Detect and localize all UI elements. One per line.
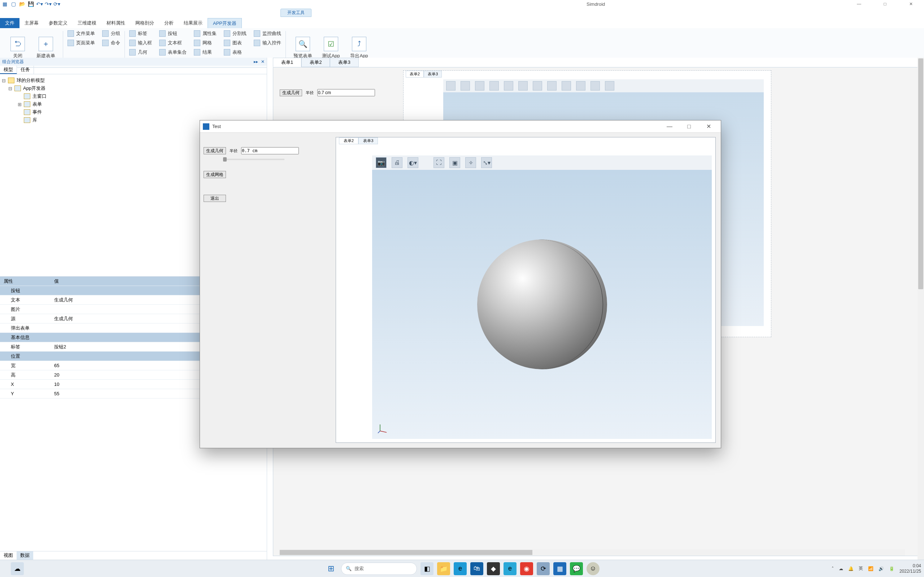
window-close[interactable]: ✕ bbox=[898, 0, 924, 8]
tree-node-root[interactable]: ⊟球的分析模型 bbox=[2, 76, 265, 84]
ribbon-btn-file-menu[interactable]: 文件菜单 bbox=[66, 29, 96, 37]
radius-slider[interactable] bbox=[223, 159, 284, 160]
ribbon-tab-file[interactable]: 文件 bbox=[0, 18, 19, 28]
start-icon[interactable]: ⊞ bbox=[325, 562, 338, 575]
ribbon-btn-input-widget[interactable]: 输入控件 bbox=[252, 39, 283, 47]
browser-tab-model[interactable]: 模型 bbox=[0, 66, 17, 74]
avatar-icon[interactable]: ☺ bbox=[586, 562, 599, 575]
modal-close[interactable]: ✕ bbox=[699, 122, 718, 131]
ribbon-btn-group[interactable]: 分组 bbox=[101, 29, 122, 37]
modal-btn-gen-geom[interactable]: 生成几何 bbox=[204, 147, 226, 154]
ribbon-btn-geometry[interactable]: 几何 bbox=[128, 48, 153, 56]
window-minimize[interactable]: — bbox=[846, 0, 872, 8]
redo-icon[interactable]: ↷▾ bbox=[45, 1, 51, 7]
save-icon[interactable]: 💾 bbox=[27, 1, 34, 7]
modal-tab-2[interactable]: 表单2 bbox=[339, 137, 359, 144]
edge-icon[interactable]: e bbox=[454, 562, 467, 575]
camera-icon[interactable] bbox=[446, 81, 456, 90]
new-icon[interactable]: ▢ bbox=[10, 1, 16, 7]
ribbon-btn-page-menu[interactable]: 页面菜单 bbox=[66, 39, 96, 47]
palette-icon[interactable] bbox=[489, 81, 499, 90]
ribbon-tab-mesh[interactable]: 网格剖分 bbox=[130, 18, 159, 28]
app-icon-2[interactable]: e bbox=[504, 562, 517, 575]
expand-toggle[interactable]: ⊟ bbox=[8, 86, 12, 91]
zoom-box-icon[interactable] bbox=[518, 81, 528, 90]
ribbon-btn-property-set[interactable]: 属性集 bbox=[192, 29, 218, 37]
weather-icon[interactable]: ☁ bbox=[11, 562, 24, 575]
tray-cloud-icon[interactable]: ☁ bbox=[839, 566, 843, 571]
h-scroll-thumb[interactable] bbox=[280, 550, 532, 555]
ribbon-btn-chart[interactable]: 图表 bbox=[222, 39, 248, 47]
ribbon-tab-analysis[interactable]: 分析 bbox=[159, 18, 179, 28]
ribbon-btn-command[interactable]: 命令 bbox=[101, 39, 122, 47]
modal-maximize[interactable]: □ bbox=[680, 122, 698, 131]
designer-btn-gen-geom[interactable]: 生成几何 bbox=[280, 89, 302, 96]
select-icon[interactable] bbox=[533, 81, 542, 90]
visibility-icon[interactable] bbox=[562, 81, 571, 90]
bottom-tab-view[interactable]: 视图 bbox=[0, 551, 16, 560]
app-icon-1[interactable]: ◆ bbox=[487, 562, 500, 575]
ribbon-btn-monitor-curve[interactable]: 监控曲线 bbox=[252, 29, 283, 37]
ribbon-btn-separator[interactable]: 分割线 bbox=[222, 29, 248, 37]
open-icon[interactable]: 📂 bbox=[19, 1, 25, 7]
clear-sel-icon[interactable]: ✧ bbox=[465, 157, 476, 168]
modal-btn-exit[interactable]: 退出 bbox=[204, 195, 226, 202]
bottom-tab-data[interactable]: 数据 bbox=[16, 551, 33, 560]
print-icon[interactable] bbox=[460, 81, 470, 90]
browser-tab-task[interactable]: 任务 bbox=[17, 66, 34, 74]
app-icon-4[interactable]: ⟳ bbox=[537, 562, 550, 575]
tray-wifi-icon[interactable]: 📶 bbox=[868, 566, 874, 571]
ribbon-tab-3dmodel[interactable]: 三维建模 bbox=[73, 18, 102, 28]
refresh-icon[interactable]: ⟳▾ bbox=[53, 1, 60, 7]
tray-security-icon[interactable]: 🔔 bbox=[848, 566, 854, 571]
mini-tab-3[interactable]: 表单3 bbox=[424, 71, 442, 77]
zoom-extents-icon[interactable] bbox=[504, 81, 513, 90]
copy-icon[interactable] bbox=[591, 81, 600, 90]
modal-btn-gen-mesh[interactable]: 生成网格 bbox=[204, 171, 226, 178]
taskbar-search[interactable]: 🔍 搜索 bbox=[341, 562, 417, 575]
tray-volume-icon[interactable]: 🔊 bbox=[879, 566, 884, 571]
ribbon-btn-form-set[interactable]: 表单集合 bbox=[158, 48, 188, 56]
close-panel-icon[interactable]: ✕ bbox=[261, 59, 265, 64]
paste-icon[interactable] bbox=[605, 81, 614, 90]
tray-battery-icon[interactable]: 🔋 bbox=[889, 566, 894, 571]
h-scrollbar[interactable] bbox=[279, 549, 905, 556]
ribbon-btn-mesh[interactable]: 网格 bbox=[192, 39, 218, 47]
tree-node-events[interactable]: 事件 bbox=[2, 108, 265, 116]
tray-chevron-icon[interactable]: ˄ bbox=[832, 566, 834, 571]
tree-node-appdev[interactable]: ⊟App开发器 bbox=[2, 84, 265, 92]
modal-tab-3[interactable]: 表单3 bbox=[359, 137, 378, 144]
expand-all-icon[interactable]: ▸▸ bbox=[254, 59, 258, 64]
undo-icon[interactable]: ↶▾ bbox=[36, 1, 43, 7]
ribbon-tab-home[interactable]: 主屏幕 bbox=[19, 18, 44, 28]
ruler-icon[interactable] bbox=[475, 81, 485, 90]
tray-ime[interactable]: 英 bbox=[859, 566, 863, 572]
modal-minimize[interactable]: — bbox=[660, 122, 679, 131]
expand-toggle[interactable]: ⊞ bbox=[17, 102, 22, 107]
ribbon-btn-label[interactable]: 标签 bbox=[128, 29, 153, 37]
sphere-geometry[interactable] bbox=[477, 239, 607, 369]
ribbon-tab-appdev[interactable]: APP开发器 bbox=[208, 18, 242, 28]
ribbon-btn-table[interactable]: 表格 bbox=[222, 48, 248, 56]
explorer-icon[interactable]: 📁 bbox=[437, 562, 450, 575]
simdroid-taskbar-icon[interactable]: ▦ bbox=[553, 562, 566, 575]
axis-icon[interactable]: ⤡▾ bbox=[481, 157, 492, 168]
modal-titlebar[interactable]: Test — □ ✕ bbox=[200, 121, 721, 133]
ribbon-tab-results[interactable]: 结果展示 bbox=[179, 18, 208, 28]
form-tab-1[interactable]: 表单1 bbox=[273, 58, 301, 67]
layers-icon[interactable] bbox=[576, 81, 585, 90]
window-maximize[interactable]: □ bbox=[872, 0, 898, 8]
ribbon-tab-params[interactable]: 参数定义 bbox=[44, 18, 73, 28]
tray-clock[interactable]: 0:04 2022/11/25 bbox=[900, 563, 921, 574]
slider-thumb[interactable] bbox=[223, 157, 227, 161]
wechat-icon[interactable]: 💬 bbox=[570, 562, 583, 575]
taskview-icon[interactable]: ◧ bbox=[420, 562, 433, 575]
v-scroll-thumb[interactable] bbox=[918, 58, 923, 289]
camera-icon[interactable]: 📷 bbox=[376, 157, 386, 168]
ribbon-btn-input[interactable]: 输入框 bbox=[128, 39, 153, 47]
tree-node-forms[interactable]: ⊞表单 bbox=[2, 100, 265, 108]
app-icon-3[interactable]: ◉ bbox=[520, 562, 533, 575]
axis-icon[interactable] bbox=[547, 81, 557, 90]
print-icon[interactable]: 🖨 bbox=[392, 157, 402, 168]
designer-radius-input[interactable] bbox=[317, 89, 375, 96]
